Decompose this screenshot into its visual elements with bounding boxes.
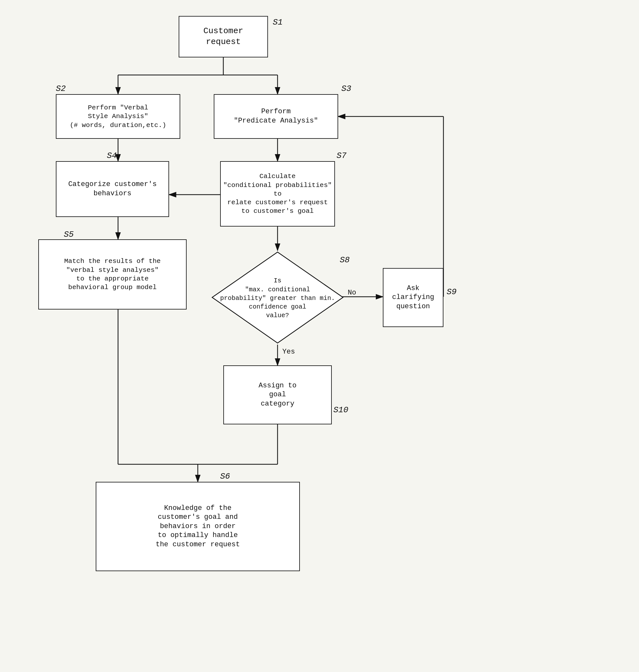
svg-text:"max. conditional: "max. conditional — [245, 286, 310, 293]
s9-box: Ask clarifying question — [383, 268, 443, 327]
no-label: No — [348, 289, 356, 297]
s10-label: S10 — [333, 405, 348, 415]
s5-box: Match the results of the "verbal style a… — [38, 239, 187, 309]
s1-box: Customer request — [178, 16, 268, 58]
s4-box: Categorize customer's behaviors — [56, 161, 169, 217]
s5-label: S5 — [64, 230, 74, 239]
s8-diamond: Is "max. conditional probability" greate… — [211, 250, 345, 345]
s6-label: S6 — [220, 472, 230, 481]
flowchart-container: Customer request S1 Perform "Verbal Styl… — [0, 0, 639, 672]
s1-label: S1 — [273, 18, 283, 27]
s6-box: Knowledge of the customer's goal and beh… — [96, 482, 300, 571]
svg-text:Is: Is — [274, 277, 281, 284]
s3-label: S3 — [341, 84, 351, 93]
s8-label: S8 — [340, 255, 350, 265]
s4-label: S4 — [107, 151, 117, 161]
svg-text:value?: value? — [266, 312, 289, 319]
yes-label: Yes — [282, 348, 295, 356]
s10-box: Assign to goal category — [223, 365, 332, 424]
s7-box: Calculate "conditional probabilities" to… — [220, 161, 335, 227]
s3-box: Perform "Predicate Analysis" — [214, 94, 338, 139]
svg-text:probability" greater than min.: probability" greater than min. — [220, 294, 335, 302]
svg-text:confidence goal: confidence goal — [249, 303, 306, 310]
s2-box: Perform "Verbal Style Analysis" (# words… — [56, 94, 180, 139]
s7-label: S7 — [337, 151, 346, 161]
s9-label: S9 — [447, 287, 456, 297]
s2-label: S2 — [56, 84, 66, 93]
